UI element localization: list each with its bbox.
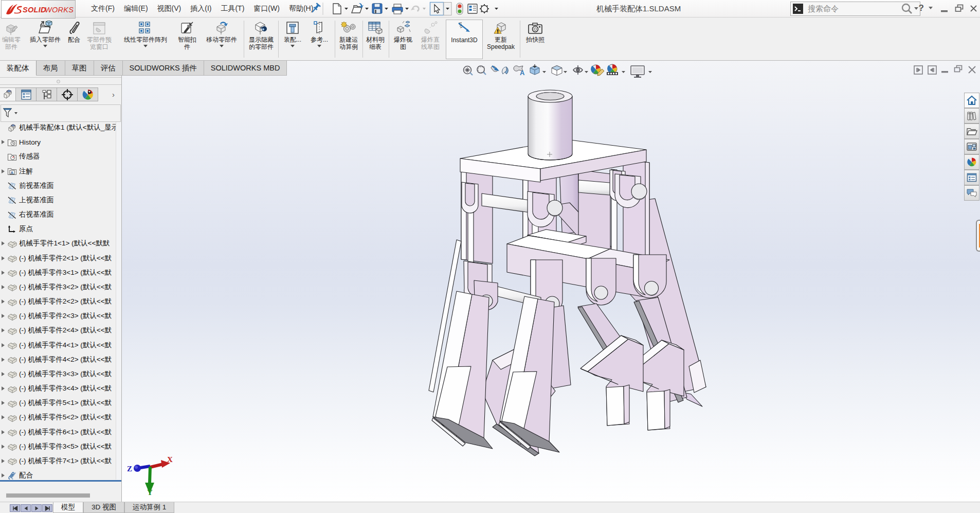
- svg-text:SOLID: SOLID: [23, 6, 46, 14]
- svg-text:WORKS: WORKS: [45, 6, 74, 14]
- svg-text:Y: Y: [147, 488, 153, 496]
- svg-text:A: A: [11, 170, 14, 175]
- svg-text:Z: Z: [127, 465, 132, 473]
- svg-text:X: X: [167, 455, 173, 464]
